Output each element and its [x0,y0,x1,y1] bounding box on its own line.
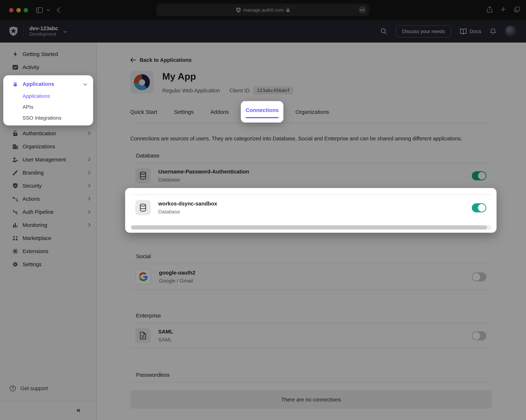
chevron-right-icon [88,183,91,189]
row-divider [130,290,492,290]
tab-addons[interactable]: Addons [211,109,229,116]
chevron-right-icon [88,130,91,136]
help-circle-icon [10,385,16,392]
tab-overview-icon[interactable] [514,6,520,14]
building-icon [12,144,18,150]
tab-connections-spotlight: Connections [241,101,283,122]
sidebar-item-getting-started[interactable]: Getting Started [0,48,96,61]
connection-row-workos-spotlight: workos-dsync-sandbox Database [125,188,496,233]
pipeline-icon [12,209,18,215]
connection-type: Database [158,177,249,182]
chip-icon [12,248,18,254]
tab-bar: Quick Start Settings Addons Connections … [130,107,492,118]
connection-toggle-workos[interactable] [472,203,486,212]
sidebar-item-auth-pipeline[interactable]: Auth Pipeline [0,205,96,219]
grid-plus-icon [12,235,18,241]
chevron-right-icon [88,170,91,176]
empty-connections-panel: There are no connections [130,390,492,409]
search-icon[interactable] [381,28,387,35]
scrollbar-thumb[interactable] [131,225,487,230]
screen: manage.auth0.com ••• dev-123abc Develo [0,0,526,420]
app-type: Regular Web Application [162,88,220,93]
row-divider [130,348,492,348]
client-id-label: Client ID [229,88,250,93]
sidebar-item-activity[interactable]: Activity [0,61,96,74]
section-title-passwordless: Passwordless [130,372,492,378]
connection-row-saml[interactable]: SAML SAML [130,323,492,348]
back-to-applications-link[interactable]: Back to Applications [130,57,492,63]
horizontal-scrollbar[interactable] [130,225,492,230]
section-title-database: Database [130,152,492,159]
address-bar[interactable]: manage.auth0.com ••• [156,4,369,16]
connection-toggle-saml[interactable] [472,331,486,340]
tenant-name: dev-123abc [30,25,58,32]
user-avatar[interactable] [505,25,516,37]
sidebar-item-authentication[interactable]: Authentication [0,127,96,140]
sidebar-group-applications: Applications Applications APIs SSO Integ… [3,75,93,125]
app-logo [130,71,153,93]
connection-toggle-google[interactable] [472,272,486,281]
document-icon [135,328,151,343]
back-navigation-icon[interactable] [57,7,61,13]
connection-type: Google / Gmail [159,278,195,284]
minimize-window-button[interactable] [16,8,21,12]
arrow-left-icon [130,58,136,62]
sidebar-item-user-management[interactable]: User Management [0,153,96,166]
connections-description: Connections are sources of users. They a… [130,136,492,141]
share-icon[interactable] [487,6,493,14]
connection-name: SAML [158,329,173,335]
connection-type: Database [158,209,217,215]
sidebar-item-actions[interactable]: Actions [0,192,96,205]
tab-quick-start[interactable]: Quick Start [130,109,157,116]
row-divider [131,195,491,195]
sidebar-item-marketplace[interactable]: Marketplace [0,232,96,245]
sidebar: Getting Started Activity Applications [0,42,97,420]
stack-icon [12,81,18,87]
tenant-chevron-down-icon[interactable] [63,28,67,35]
get-support-link[interactable]: Get support [0,381,96,395]
bar-chart-icon [12,222,18,228]
activity-icon [12,64,18,70]
chevron-right-icon [88,222,91,228]
docs-link[interactable]: Docs [460,28,481,34]
auth0-logo-icon[interactable] [9,26,18,36]
sidebar-item-security[interactable]: Security [0,179,96,192]
connection-row-workos[interactable]: workos-dsync-sandbox Database [130,188,492,220]
google-logo-icon [135,269,151,285]
connection-name: Username-Password-Authentication [158,169,249,175]
tenant-switcher[interactable]: dev-123abc Development [30,25,58,37]
tab-connections[interactable]: Connections [246,107,279,113]
close-window-button[interactable] [9,8,13,12]
sidebar-item-monitoring[interactable]: Monitoring [0,219,96,232]
sidebar-item-settings[interactable]: Settings [0,258,96,271]
discuss-your-needs-button[interactable]: Discuss your needs [396,25,451,37]
book-icon [460,28,467,34]
client-id-value[interactable]: 123abc456def [253,86,293,95]
sidebar-item-branding[interactable]: Branding [0,166,96,179]
page-options-icon[interactable]: ••• [359,6,366,13]
connection-row-google[interactable]: google-oauth2 Google / Gmail [130,264,492,290]
gear-icon [12,261,18,267]
connection-toggle-username-password[interactable] [472,171,486,180]
sidebar-subitem-applications[interactable]: Applications [3,90,93,101]
sidebar-item-organizations[interactable]: Organizations [0,140,96,153]
notifications-bell-icon[interactable] [490,28,496,35]
tab-settings[interactable]: Settings [174,109,193,116]
window-controls [9,8,28,12]
app-header: dev-123abc Development Discuss your need… [0,20,526,42]
sidebar-item-extensions[interactable]: Extensions [0,245,96,258]
chevron-right-icon [88,157,91,162]
tab-organizations[interactable]: Organizations [295,109,329,116]
collapse-sidebar-icon[interactable]: « [77,406,80,414]
user-gear-icon [12,157,18,162]
section-title-social: Social [130,253,492,259]
sidebar-item-applications[interactable]: Applications [3,78,93,90]
zoom-window-button[interactable] [24,8,28,12]
new-tab-icon[interactable] [501,7,506,13]
sidebar-subitem-apis[interactable]: APIs [3,101,93,112]
sidebar-toggle-icon[interactable] [36,7,43,13]
chevron-down-icon[interactable] [47,9,50,11]
sidebar-subitem-sso-integrations[interactable]: SSO Integrations [3,112,93,123]
connection-row-username-password[interactable]: Username-Password-Authentication Databas… [130,163,492,188]
section-title-enterprise: Enterprise [130,312,492,319]
